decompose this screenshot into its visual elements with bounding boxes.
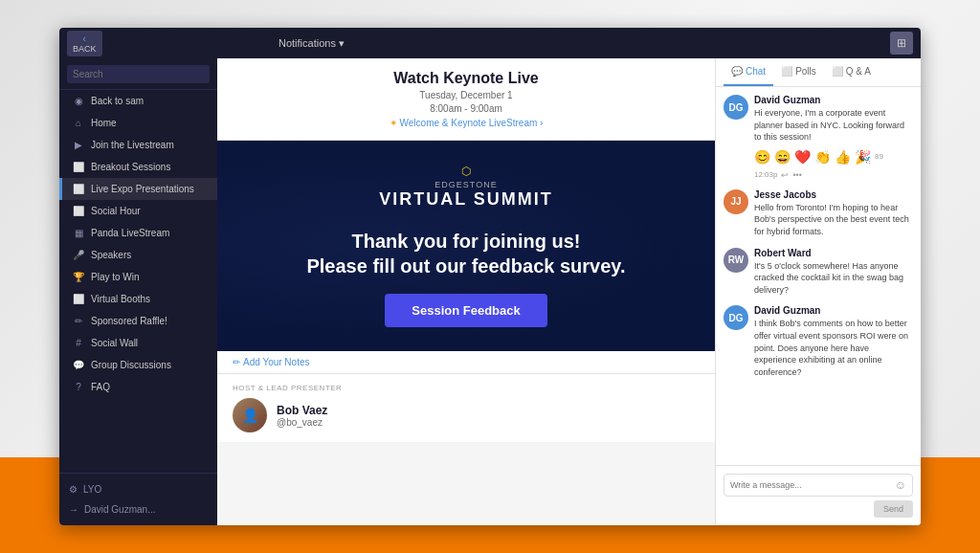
event-link[interactable]: ✦ Welcome & Keynote LiveStream › bbox=[233, 118, 700, 128]
sidebar-item-live-expo[interactable]: ⬜ Live Expo Presentations bbox=[59, 178, 217, 200]
back-button[interactable]: ‹ BACK bbox=[67, 31, 102, 56]
emoji-3[interactable]: ❤️ bbox=[794, 149, 811, 165]
outer-wrapper: ‹ BACK Notifications ▾ ⊞ bbox=[0, 0, 980, 553]
sidebar-item-raffle[interactable]: ✏ Sponsored Raffle! bbox=[59, 310, 217, 332]
avatar: RW bbox=[724, 248, 748, 273]
sidebar-item-home[interactable]: ⌂ Home bbox=[59, 112, 217, 134]
center-content: Watch Keynote Live Tuesday, December 1 8… bbox=[217, 58, 715, 525]
presenter-info: 👤 Bob Vaez @bo_vaez bbox=[233, 398, 700, 432]
message-author: David Guzman bbox=[754, 95, 913, 105]
top-bar-center: Notifications ▾ bbox=[278, 37, 702, 50]
back-label: BACK bbox=[73, 44, 97, 54]
add-notes-bar: ✏ Add Your Notes bbox=[217, 351, 715, 374]
tab-polls[interactable]: ⬜ Polls bbox=[773, 58, 824, 86]
presenter-section: HOST & LEAD PRESENTER 👤 Bob Vaez @bo_vae… bbox=[217, 374, 715, 442]
live-expo-icon: ⬜ bbox=[72, 184, 85, 194]
chat-message-input[interactable] bbox=[730, 480, 895, 490]
presenter-name: Bob Vaez bbox=[277, 404, 327, 417]
sidebar-label-raffle: Sponsored Raffle! bbox=[91, 316, 167, 326]
message-time: 12:03p bbox=[754, 170, 777, 179]
sidebar-item-speakers[interactable]: 🎤 Speakers bbox=[59, 244, 217, 266]
notifications-label: Notifications bbox=[278, 37, 336, 49]
session-feedback-button[interactable]: Session Feedback bbox=[385, 294, 546, 327]
avatar-initials: RW bbox=[728, 254, 744, 265]
sidebar-label-faq: FAQ bbox=[91, 382, 110, 392]
chat-tab-icon: 💬 bbox=[731, 66, 743, 77]
chat-input-area: ☺ Send bbox=[716, 465, 921, 525]
sidebar-label-social-hour: Social Hour bbox=[91, 206, 141, 216]
more-icon[interactable]: ••• bbox=[792, 170, 801, 180]
top-bar: ‹ BACK Notifications ▾ ⊞ bbox=[59, 28, 921, 58]
message-meta: 12:03p ↩ ••• bbox=[754, 170, 913, 180]
event-time: 8:00am - 9:00am bbox=[233, 103, 700, 114]
breakout-icon: ⬜ bbox=[72, 162, 85, 172]
lyo-icon: ⚙ bbox=[69, 484, 78, 495]
presenter-avatar: 👤 bbox=[233, 398, 267, 432]
sidebar-item-join-livestream[interactable]: ▶ Join the Livestream bbox=[59, 134, 217, 156]
presenter-avatar-inner: 👤 bbox=[233, 398, 267, 432]
presenter-details: Bob Vaez @bo_vaez bbox=[277, 404, 327, 428]
sidebar-label-speakers: Speakers bbox=[91, 250, 131, 260]
sidebar-label-breakout: Breakout Sessions bbox=[91, 162, 170, 172]
presenter-label: HOST & LEAD PRESENTER bbox=[233, 384, 700, 392]
emoji-1[interactable]: 😊 bbox=[754, 149, 770, 165]
sidebar-item-faq[interactable]: ? FAQ bbox=[59, 376, 217, 398]
message-text: I think Bob's comments on how to better … bbox=[754, 318, 913, 378]
faq-icon: ? bbox=[72, 382, 85, 392]
message-author: Robert Ward bbox=[754, 248, 913, 258]
emoji-5[interactable]: 👍 bbox=[835, 149, 851, 165]
sidebar-item-play-to-win[interactable]: 🏆 Play to Win bbox=[59, 266, 217, 288]
sidebar-search-area bbox=[59, 58, 217, 90]
group-discussions-icon: 💬 bbox=[72, 360, 85, 370]
presenter-handle: @bo_vaez bbox=[277, 417, 327, 428]
message-body: David Guzman I think Bob's comments on h… bbox=[754, 305, 913, 378]
sidebar-item-social-hour[interactable]: ⬜ Social Hour bbox=[59, 200, 217, 222]
notifications-button[interactable]: Notifications ▾ bbox=[278, 37, 345, 50]
browser-window: ‹ BACK Notifications ▾ ⊞ bbox=[59, 28, 921, 525]
sidebar-label-home: Home bbox=[91, 118, 117, 128]
sidebar-bottom-user[interactable]: → David Guzman... bbox=[59, 499, 217, 520]
user-icon: → bbox=[69, 504, 78, 515]
event-date: Tuesday, December 1 bbox=[233, 90, 700, 100]
sidebar-item-panda[interactable]: ▦ Panda LiveStream bbox=[59, 222, 217, 244]
sidebar-item-breakout[interactable]: ⬜ Breakout Sessions bbox=[59, 156, 217, 178]
sidebar-item-group-discussions[interactable]: 💬 Group Discussions bbox=[59, 354, 217, 376]
tab-qa[interactable]: ⬜ Q & A bbox=[824, 58, 879, 86]
emoji-6[interactable]: 🎉 bbox=[855, 149, 871, 165]
sidebar-item-virtual-booths[interactable]: ⬜ Virtual Booths bbox=[59, 288, 217, 310]
thank-you-text: Thank you for joining us! Please fill ou… bbox=[306, 229, 625, 278]
sidebar-label-join-livestream: Join the Livestream bbox=[91, 140, 174, 150]
back-arrow-icon: ‹ bbox=[83, 33, 86, 44]
send-button[interactable]: Send bbox=[874, 500, 913, 518]
profile-icon[interactable]: ⊞ bbox=[890, 32, 913, 55]
top-bar-right: ⊞ bbox=[702, 32, 913, 55]
lyo-label: LYO bbox=[83, 484, 101, 495]
sidebar: ◉ Back to sam ⌂ Home ▶ Join the Livestre… bbox=[59, 58, 217, 525]
message-author: Jesse Jacobs bbox=[754, 189, 913, 200]
qa-tab-icon: ⬜ bbox=[832, 66, 843, 77]
sidebar-label-back-to-sam: Back to sam bbox=[91, 96, 144, 106]
virtual-booths-icon: ⬜ bbox=[72, 294, 85, 304]
speakers-icon: 🎤 bbox=[72, 250, 85, 260]
sidebar-item-back-to-sam[interactable]: ◉ Back to sam bbox=[59, 90, 217, 112]
reply-icon[interactable]: ↩ bbox=[781, 170, 789, 180]
sidebar-label-social-wall: Social Wall bbox=[91, 338, 138, 348]
emoji-4[interactable]: 👏 bbox=[814, 149, 831, 165]
message-text: Hi everyone, I'm a corporate event plann… bbox=[754, 107, 913, 144]
summit-name: VIRTUAL SUMMIT bbox=[379, 189, 553, 210]
sidebar-bottom-lyo[interactable]: ⚙ LYO bbox=[59, 479, 217, 499]
search-input[interactable] bbox=[67, 65, 210, 83]
message-body: Jesse Jacobs Hello from Toronto! I'm hop… bbox=[754, 189, 913, 238]
avatar-initials: JJ bbox=[730, 196, 741, 207]
chat-emoji-button[interactable]: ☺ bbox=[895, 478, 906, 492]
sidebar-label-group-discussions: Group Discussions bbox=[91, 360, 171, 370]
emoji-2[interactable]: 😄 bbox=[774, 149, 791, 165]
sidebar-item-social-wall[interactable]: # Social Wall bbox=[59, 332, 217, 354]
tab-chat[interactable]: 💬 Chat bbox=[724, 58, 773, 86]
avatar-initials: DG bbox=[729, 102, 744, 113]
avatar: DG bbox=[724, 95, 748, 120]
notes-icon: ✏ bbox=[233, 357, 240, 367]
top-bar-left: ‹ BACK bbox=[67, 31, 278, 56]
avatar-initials: DG bbox=[729, 313, 744, 323]
add-notes-link[interactable]: ✏ Add Your Notes bbox=[233, 357, 310, 367]
